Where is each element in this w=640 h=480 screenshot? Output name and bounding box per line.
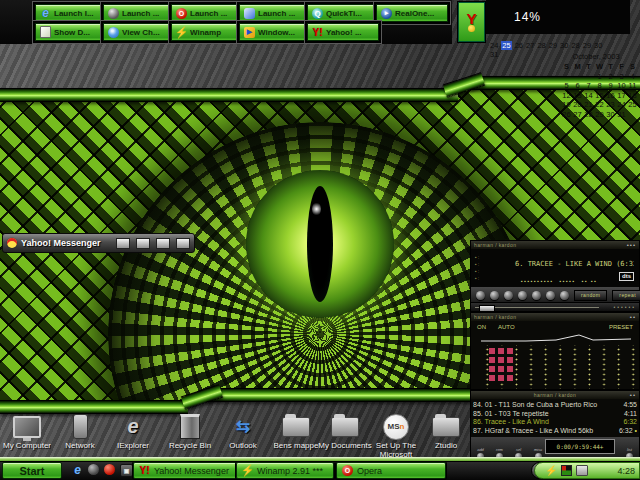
yahoo-launch-button[interactable]: Y!Yahoo! ...	[307, 23, 379, 41]
playlist-item[interactable]: 84. 01 - T11 Son de Cuba a Puerto Rico4:…	[473, 401, 637, 410]
yahoo-messenger-title: Yahoo! Messenger	[21, 238, 110, 248]
internet-explorer-icon: e	[40, 8, 51, 19]
calendar-selected-day[interactable]: 25	[501, 41, 511, 50]
previous-button[interactable]	[476, 291, 485, 300]
play-button[interactable]	[490, 291, 499, 300]
close-button[interactable]	[176, 238, 190, 249]
launch-app4-label: Launch ...	[258, 9, 295, 18]
window-button-3[interactable]	[156, 238, 170, 249]
window-controls-icon[interactable]: ••	[630, 315, 636, 319]
window-button-1[interactable]	[116, 238, 130, 249]
stop-button[interactable]	[518, 291, 527, 300]
eject-button[interactable]	[560, 291, 569, 300]
desktop-icon-bens-mappe[interactable]: Bens mappe	[269, 413, 323, 451]
desktop-icon-recycle-bin[interactable]: Recycle Bin	[163, 413, 217, 451]
winamp-main-titlebar[interactable]: harman / kardon •••	[471, 241, 639, 249]
open-button[interactable]	[546, 291, 555, 300]
trash-icon	[180, 414, 200, 439]
playlist-skin-title: harman / kardon	[534, 392, 576, 398]
calendar-title: October, 2003	[554, 52, 638, 61]
meter-value: 14%	[514, 10, 541, 24]
launch-app3-label: Launch ...	[190, 9, 227, 18]
quicklaunch-app-icon[interactable]	[88, 464, 99, 475]
view-channels-label: View Ch...	[122, 28, 160, 37]
folder-icon	[432, 417, 460, 437]
task-opera[interactable]: O Opera	[336, 462, 446, 479]
seek-handle[interactable]	[479, 305, 495, 312]
quicklaunch-red-icon[interactable]	[104, 464, 115, 475]
yahoo-tray-tile[interactable]: Y	[458, 2, 485, 42]
launch-ie-button[interactable]: eLaunch I...	[35, 4, 107, 22]
shuffle-button[interactable]: random	[574, 290, 607, 301]
quick-launch: e ▣	[72, 464, 133, 477]
desktop-icon-my-computer[interactable]: My Computer	[0, 413, 54, 451]
dts-badge: dts	[619, 272, 634, 281]
desktop-icon-msn-setup[interactable]: MSnSet Up The Microsoft	[369, 413, 423, 459]
folder-icon	[282, 417, 310, 437]
eq-band-sliders[interactable]	[475, 345, 635, 389]
quicklaunch-movie-icon[interactable]: ▣	[120, 464, 133, 477]
window-controls-icon[interactable]: •••	[627, 243, 636, 247]
opera-icon: O	[342, 465, 353, 476]
quicktime-button[interactable]: QQuickTi...	[307, 4, 379, 22]
red-app-icon: O	[176, 8, 187, 19]
mini-controls[interactable]: ••••••	[613, 304, 636, 310]
winamp-status-indicators: ▪:▪:▪:▪:	[475, 254, 480, 282]
quicktime-icon: Q	[312, 8, 323, 19]
eq-curve	[481, 331, 629, 344]
launch-ie-label: Launch I...	[54, 9, 94, 18]
pause-button[interactable]	[504, 291, 513, 300]
window-button-2[interactable]	[136, 238, 150, 249]
desktop-icon-my-documents[interactable]: My Documents	[318, 413, 372, 451]
winamp-main-window: harman / kardon ••• ▪:▪:▪:▪: 6. TRACEE -…	[470, 240, 640, 304]
eq-on-button[interactable]: ON	[477, 324, 486, 330]
desktop-icon-iexplorer[interactable]: eIExplorer	[106, 413, 160, 451]
wmp-button[interactable]: ▶Window...	[239, 23, 311, 41]
next-button[interactable]	[532, 291, 541, 300]
winamp-display: ▪:▪:▪:▪: 6. TRACEE - LIKE A WIND (6:32) …	[471, 249, 639, 287]
calendar-prev-days: 24252627282930282930	[490, 41, 602, 50]
window-controls-icon[interactable]: ••	[630, 393, 636, 397]
calendar-overflow-day[interactable]: 31	[490, 50, 498, 59]
tray-fax-icon[interactable]	[576, 465, 588, 476]
launch-app2-button[interactable]: Launch ...	[103, 4, 175, 22]
yahoo-smiley-icon	[468, 25, 475, 32]
playlist-time-display: 0:00/9:59:44+	[545, 439, 615, 454]
desktop-icon-outlook[interactable]: ⇆Outlook	[216, 413, 270, 451]
winamp-vu-meter: ▪▪▪▪▪▪▪▪▪▪ ▪▪▪▪▪ ▪▪ ▪▪	[521, 278, 598, 284]
tray-winamp-icon[interactable]: ⚡	[545, 466, 557, 476]
eq-preset-button[interactable]: PRESET	[609, 324, 633, 330]
winamp-playlist-window: harman / kardon •• 84. 01 - T11 Son de C…	[470, 390, 640, 458]
launch-app4-button[interactable]: Launch ...	[239, 4, 311, 22]
task-winamp[interactable]: ⚡ Winamp 2.91 ***	[236, 462, 334, 479]
show-desktop-button[interactable]: Show D...	[35, 23, 107, 41]
tray-status-icon[interactable]	[561, 465, 572, 476]
playlist-item[interactable]: 87. HGraf & Tracee - Like A Wind 56kb6:3…	[473, 427, 637, 436]
repeat-button[interactable]: repeat	[612, 290, 640, 301]
winamp-playlist-titlebar[interactable]: harman / kardon ••	[471, 391, 639, 399]
playlist-body: 84. 01 - T11 Son de Cuba a Puerto Rico4:…	[471, 399, 639, 435]
quicklaunch-ie-icon[interactable]: e	[72, 464, 83, 475]
start-button[interactable]: Start	[2, 462, 62, 479]
desktop-icon-network[interactable]: Network	[53, 413, 107, 451]
arrows-icon: ⇆	[236, 416, 250, 437]
eq-auto-button[interactable]: AUTO	[498, 324, 515, 330]
desktop-icon-ztudio[interactable]: Ztudio	[419, 413, 473, 451]
pipe-bottom-left	[0, 400, 188, 414]
eq-controls: ON AUTO PRESET	[471, 321, 639, 331]
tray-clock[interactable]: 4:28	[617, 466, 639, 476]
quicktime-label: QuickTi...	[326, 9, 362, 18]
winamp-eq-titlebar[interactable]: harman / kardon ••	[471, 313, 639, 321]
winamp-launch-label: Winamp	[190, 28, 221, 37]
playlist-item-current[interactable]: 86. Tracee - Like A Wind6:32	[473, 418, 637, 427]
task-yahoo-messenger[interactable]: Y! Yahoo! Messenger	[133, 462, 244, 479]
playlist-item[interactable]: 85. 01 - T03 Te repetiste4:11	[473, 410, 637, 419]
yahoo-messenger-titlebar[interactable]: Yahoo! Messenger	[2, 233, 195, 253]
view-channels-button[interactable]: View Ch...	[103, 23, 175, 41]
launch-app3-button[interactable]: OLaunch ...	[171, 4, 243, 22]
launch-app2-label: Launch ...	[122, 9, 159, 18]
realone-button[interactable]: ▸RealOne...	[376, 4, 448, 22]
notepad-icon	[40, 26, 51, 38]
winamp-launch-button[interactable]: ⚡Winamp	[171, 23, 243, 41]
eq-skin-title: harman / kardon	[474, 314, 516, 320]
